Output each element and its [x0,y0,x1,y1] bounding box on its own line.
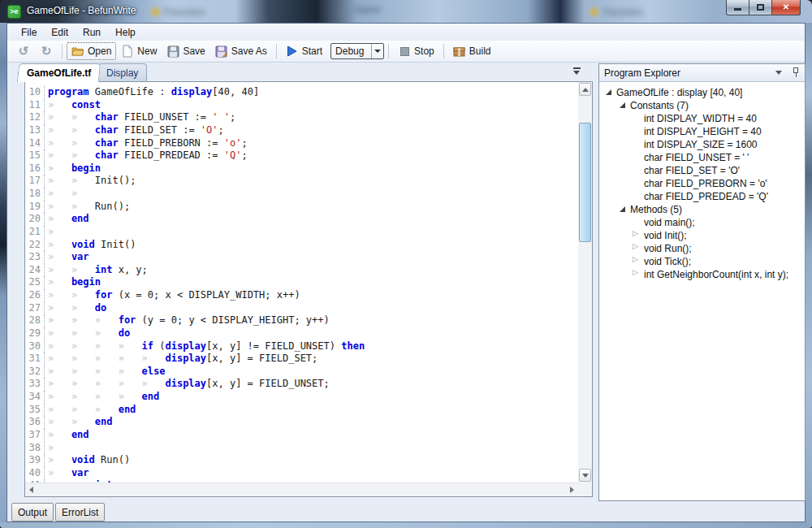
vertical-scrollbar[interactable] [578,82,592,483]
tab-marker: » [71,201,95,214]
code-line[interactable]: 18»» [25,188,578,201]
start-button[interactable]: Start [281,42,327,60]
code-line[interactable]: 39»void Run() [25,454,578,467]
line-number: 11 [25,99,45,112]
tree-item[interactable]: void main(); [599,216,805,229]
scroll-down-button[interactable] [579,469,591,482]
undo-button[interactable]: ↺ [12,42,35,60]
tab-output[interactable]: Output [11,503,54,522]
code-line[interactable]: 24»»int x, y; [25,264,578,277]
panel-menu-icon[interactable] [775,71,782,75]
expander-expanded-icon[interactable] [619,102,627,110]
code-line[interactable]: 17»»Init(); [25,175,578,188]
expander-collapsed-icon[interactable] [633,245,641,253]
menu-edit[interactable]: Edit [44,25,76,40]
code-line[interactable]: 23»var [25,251,578,264]
code-line[interactable]: 13»»char FIELD_SET := 'O'; [25,124,578,137]
scroll-right-icon[interactable] [570,487,574,493]
tree-item[interactable]: int DISPLAY_WIDTH = 40 [599,112,805,125]
window-border-right [806,23,812,528]
code-line[interactable]: 29»»»do [25,327,578,340]
code-line[interactable]: 21» [25,226,578,239]
tab-errorlist[interactable]: ErrorList [55,503,105,522]
tab-label: Display [106,67,138,79]
code-line[interactable]: 28»»»for (y = 0; y < DISPLAY_HEIGHT; y++… [25,314,578,327]
maximize-button[interactable] [749,0,772,15]
code-line[interactable]: 26»»for (x = 0; x < DISPLAY_WIDTH; x++) [25,289,578,302]
code-line[interactable]: 38» [25,442,578,455]
build-button[interactable]: Build [448,42,496,60]
code-line[interactable]: 27»»do [25,302,578,315]
code-area[interactable]: 10program GameOfLife : display[40, 40]11… [25,82,578,483]
close-button[interactable]: ✕ [772,0,801,15]
code-line[interactable]: 34»»»»end [25,391,578,404]
code-line[interactable]: 33»»»»»display[x, y] = FIELD_UNSET; [25,378,578,391]
code-line[interactable]: 36»»end [25,416,578,429]
tab-gameoflife[interactable]: GameOfLife.tf [17,63,102,82]
tree-item[interactable]: Methods (5) [599,203,805,216]
stop-button[interactable]: Stop [393,42,439,60]
code-line[interactable]: 32»»»»else [25,366,578,379]
expander-collapsed-icon[interactable] [633,270,641,279]
expander-collapsed-icon[interactable] [633,232,641,240]
scroll-up-button[interactable] [579,83,591,96]
expander-collapsed-icon[interactable] [633,258,641,266]
code-line[interactable]: 15»»char FIELD_PREDEAD := 'Q'; [25,149,578,162]
line-number: 34 [25,391,45,404]
save-as-button[interactable]: Save As [210,42,272,60]
tab-marker: » [71,366,95,379]
horizontal-scrollbar[interactable] [25,483,578,496]
toolbar: ↺ ↻ Open New [7,41,805,63]
scroll-left-icon[interactable] [29,487,33,493]
tree-item[interactable]: char FIELD_PREDEAD = 'Q' [599,190,805,203]
menu-run[interactable]: Run [76,25,108,40]
vertical-scroll-thumb[interactable] [579,123,591,242]
line-number: 20 [25,213,45,226]
expander-expanded-icon[interactable] [605,89,613,97]
code-line[interactable]: 14»»char FIELD_PREBORN := 'o'; [25,137,578,150]
code-line[interactable]: 16»begin [25,162,578,175]
tab-marker: » [95,366,119,379]
tree-item[interactable]: void Run(); [599,242,805,255]
tab-marker: » [71,416,95,429]
titlebar[interactable]: Favorites Name Favorites >e GameOfLife -… [0,0,812,23]
tree-item[interactable]: int DISPLAY_SIZE = 1600 [599,138,805,151]
code-line[interactable]: 22»void Init() [25,239,578,252]
code-line[interactable]: 11»const [25,99,578,112]
tab-marker: » [71,289,95,302]
tree-item[interactable]: char FIELD_PREBORN = 'o' [599,177,805,190]
code-line[interactable]: 31»»»»»display[x, y] = FIELD_SET; [25,353,578,366]
menu-file[interactable]: File [14,25,44,40]
code-line[interactable]: 19»»Run(); [25,201,578,214]
save-button[interactable]: Save [162,42,209,60]
tab-list-dropdown-icon[interactable] [572,67,581,76]
code-line[interactable]: 25»begin [25,276,578,289]
debug-mode-select[interactable]: Debug [330,43,384,59]
tree-item[interactable]: int DISPLAY_HEIGHT = 40 [599,125,805,138]
tab-marker: » [48,391,71,404]
code-line[interactable]: 35»»»end [25,404,578,417]
menu-help[interactable]: Help [108,25,143,40]
tree-item[interactable]: void Tick(); [599,255,805,268]
tree-item[interactable]: void Init(); [599,229,805,242]
tree-item[interactable]: Constants (7) [599,99,805,112]
tree-item[interactable]: int GetNeighborCount(int x, int y); [599,268,805,281]
open-button[interactable]: Open [67,42,116,60]
tab-marker: » [71,124,95,137]
code-line[interactable]: 37»end [25,429,578,442]
tab-display[interactable]: Display [97,63,147,81]
pin-icon[interactable] [792,67,800,78]
redo-button[interactable]: ↻ [35,42,58,60]
expander-expanded-icon[interactable] [619,206,627,214]
tab-marker: » [48,276,71,289]
code-line[interactable]: 30»»»»if (display[x, y] != FIELD_UNSET) … [25,340,578,353]
minimize-button[interactable] [726,0,749,15]
new-button[interactable]: New [116,42,162,60]
code-line[interactable]: 10program GameOfLife : display[40, 40] [25,86,578,99]
code-line[interactable]: 20»end [25,213,578,226]
tree-item[interactable]: GameOfLife : display [40, 40] [599,86,805,99]
tree-item[interactable]: char FIELD_SET = 'O' [599,164,805,177]
tree-item[interactable]: char FIELD_UNSET = ' ' [599,151,805,164]
code-line[interactable]: 12»»char FIELD_UNSET := ' '; [25,111,578,124]
code-line[interactable]: 40»var [25,467,578,480]
